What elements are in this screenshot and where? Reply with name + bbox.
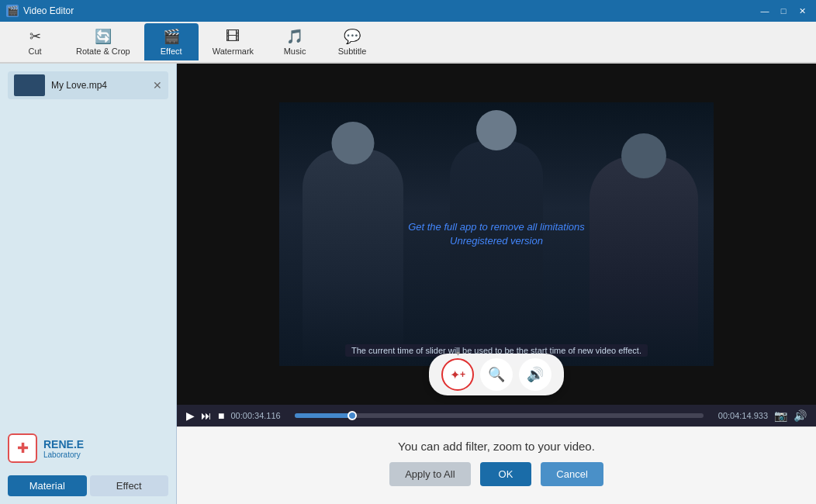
music-icon: 🎵 — [286, 28, 303, 45]
logo-area: ✚ RENE.E Laboratory — [8, 427, 168, 469]
subtitle-icon: 💬 — [344, 28, 361, 45]
logo-sub: Laboratory — [43, 450, 84, 459]
title-bar-title: Video Editor — [23, 5, 74, 16]
action-buttons: Apply to All OK Cancel — [389, 462, 603, 486]
logo-name: RENE.E — [43, 438, 84, 450]
subtitle-overlay: Get the full app to remove all limitatio… — [388, 220, 605, 248]
subtitle-text: Get the full app to remove all limitatio… — [408, 221, 585, 247]
rotate-icon: 🔄 — [95, 28, 112, 45]
sidebar-tab-material[interactable]: Material — [8, 475, 87, 496]
title-bar: 🎬 Video Editor — □ ✕ — [0, 0, 816, 22]
time-start: 00:00:34.116 — [230, 411, 289, 420]
title-bar-controls: — □ ✕ — [757, 5, 810, 17]
tab-subtitle[interactable]: 💬 Subtitle — [325, 23, 379, 60]
stop-button[interactable]: ■ — [218, 409, 224, 422]
tab-rotate-label: Rotate & Crop — [76, 47, 130, 56]
tab-music-label: Music — [284, 47, 306, 56]
sidebar: My Love.mp4 ✕ ✚ RENE.E Laboratory Materi… — [0, 64, 177, 504]
chevron-up-icon: ▾ — [456, 349, 460, 357]
video-area: Get the full app to remove all limitatio… — [177, 64, 816, 426]
maximize-button[interactable]: □ — [776, 5, 791, 17]
time-end: 00:04:14.933 — [710, 411, 768, 420]
app-icon: 🎬 — [6, 5, 19, 17]
sidebar-tab-effect[interactable]: Effect — [90, 475, 169, 496]
close-button[interactable]: ✕ — [794, 5, 810, 17]
zoom-add-button[interactable]: 🔍 — [480, 358, 513, 391]
add-icon: + — [460, 369, 465, 380]
apply-to-all-button[interactable]: Apply to All — [389, 462, 470, 486]
audio-add-button[interactable]: 🔊 — [519, 358, 551, 391]
logo-cross-icon: ✚ — [17, 440, 29, 457]
video-frame: Get the full app to remove all limitatio… — [279, 102, 714, 366]
video-container: Get the full app to remove all limitatio… — [177, 64, 816, 405]
zoom-icon: 🔍 — [488, 366, 505, 383]
effect-toolbar-bg: ✦ + ▾ 🔍 🔊 — [429, 354, 564, 395]
tab-watermark[interactable]: 🎞 Watermark — [202, 23, 265, 60]
effect-toolbar: ✦ + ▾ 🔍 🔊 — [429, 354, 564, 395]
person-center — [450, 141, 543, 366]
tab-subtitle-label: Subtitle — [338, 47, 367, 56]
tab-effect-label: Effect — [161, 47, 182, 56]
tab-music[interactable]: 🎵 Music — [268, 23, 322, 60]
progress-track[interactable] — [295, 413, 704, 418]
progress-thumb[interactable] — [347, 411, 357, 420]
progress-area: ▶ ⏭ ■ 00:00:34.116 00:04:14.933 📷 🔊 — [177, 405, 816, 426]
person-right — [590, 157, 698, 366]
tab-effect[interactable]: 🎬 Effect — [144, 23, 199, 60]
progress-controls: ▶ ⏭ ■ 00:00:34.116 00:04:14.933 📷 🔊 — [186, 409, 807, 422]
effect-add-button[interactable]: ✦ + ▾ — [441, 358, 474, 391]
info-text: You can add filter, zoom to your video. — [398, 440, 595, 453]
bottom-panel: You can add filter, zoom to your video. … — [177, 426, 816, 504]
next-frame-button[interactable]: ⏭ — [201, 409, 212, 422]
file-thumbnail — [14, 74, 45, 96]
cut-icon: ✂ — [29, 28, 41, 45]
volume-icon[interactable]: 🔊 — [794, 409, 807, 422]
tab-rotate[interactable]: 🔄 Rotate & Crop — [65, 23, 141, 60]
tab-bar: ✂ Cut 🔄 Rotate & Crop 🎬 Effect 🎞 Waterma… — [0, 22, 816, 64]
person-left — [303, 149, 403, 366]
tab-cut-label: Cut — [28, 47, 41, 56]
logo-icon: ✚ — [8, 433, 37, 463]
logo-text: RENE.E Laboratory — [43, 438, 84, 459]
watermark-icon: 🎞 — [226, 29, 240, 45]
screenshot-icon[interactable]: 📷 — [774, 409, 787, 422]
play-button[interactable]: ▶ — [186, 409, 195, 422]
minimize-button[interactable]: — — [757, 5, 773, 17]
progress-fill — [295, 413, 352, 418]
audio-icon: 🔊 — [527, 366, 544, 383]
main-layout: My Love.mp4 ✕ ✚ RENE.E Laboratory Materi… — [0, 64, 816, 504]
title-bar-left: 🎬 Video Editor — [6, 5, 74, 17]
file-item[interactable]: My Love.mp4 ✕ — [8, 71, 168, 99]
cancel-button[interactable]: Cancel — [541, 462, 603, 486]
file-name: My Love.mp4 — [51, 80, 147, 91]
ok-button[interactable]: OK — [480, 462, 532, 486]
tab-watermark-label: Watermark — [213, 47, 254, 56]
effect-add-icon: ✦ — [450, 368, 460, 382]
file-close-button[interactable]: ✕ — [153, 79, 162, 91]
tab-cut[interactable]: ✂ Cut — [8, 23, 62, 60]
sidebar-tabs: Material Effect — [8, 475, 168, 496]
effect-icon: 🎬 — [163, 28, 180, 45]
